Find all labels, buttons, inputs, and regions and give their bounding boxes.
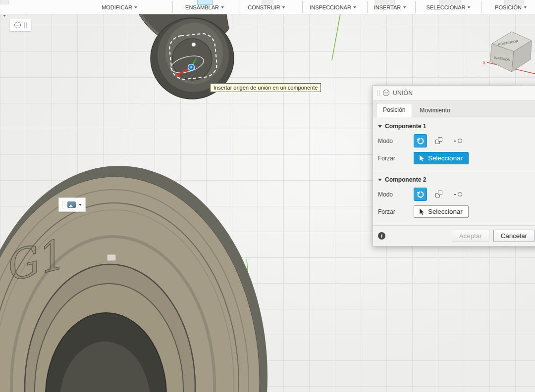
x-axis-label: x [483, 60, 485, 65]
tab-posicion[interactable]: Posición [376, 103, 412, 117]
menu-construir[interactable]: CONSTRUIR [248, 4, 285, 10]
mode-row: Modo [373, 132, 535, 150]
mode-label: Modo [378, 138, 414, 145]
tab-movimiento[interactable]: Movimiento [413, 104, 456, 117]
select-button-label: Seleccionar [428, 208, 463, 215]
component-2-section: Componente 2 Modo [373, 172, 535, 223]
chevron-down-icon [353, 6, 356, 8]
accept-button[interactable]: Aceptar [452, 230, 489, 242]
cursor-icon [420, 208, 425, 215]
chevron-down-icon [282, 6, 285, 8]
chevron-down-icon [378, 179, 382, 181]
collapse-icon[interactable] [14, 22, 21, 28]
component-2-model[interactable]: G1 [0, 166, 268, 392]
dialog-header[interactable]: UNIÓN [373, 86, 535, 100]
main-toolbar: MODIFICAR ENSAMBLAR CONSTRUIR INSPECCION… [0, 0, 535, 14]
info-icon[interactable]: i [378, 232, 385, 240]
menu-modificar[interactable]: MODIFICAR [102, 4, 137, 10]
selection-badge [107, 254, 116, 261]
canvas-mini-toolbar[interactable] [58, 197, 86, 212]
menu-inspeccionar[interactable]: INSPECCIONAR [310, 4, 356, 10]
chevron-down-icon [403, 6, 406, 8]
simple-joint-mode-button[interactable] [414, 188, 427, 201]
cancel-button[interactable]: Cancelar [493, 230, 535, 242]
menu-label: POSICIÓN [495, 4, 522, 10]
toolbar-icon-fragment [0, 0, 9, 4]
chevron-down-icon [378, 125, 382, 128]
chevron-down-icon [524, 6, 527, 8]
menu-posicion[interactable]: POSICIÓN [495, 4, 527, 10]
menu-label: INSPECCIONAR [310, 4, 351, 10]
component2-select-button[interactable]: Seleccionar [414, 205, 469, 218]
circular-arrow-icon [417, 137, 425, 145]
drag-handle-icon[interactable] [377, 90, 379, 96]
section-title: Componente 2 [385, 176, 426, 183]
toolbar-separator [238, 1, 238, 13]
between-two-faces-mode-button[interactable] [432, 188, 446, 201]
joint-origin-mode-button[interactable] [451, 188, 465, 201]
toolbar-separator [481, 1, 482, 13]
circular-arrow-icon [417, 191, 425, 198]
toolbar-separator [415, 1, 416, 13]
menu-label: INSERTAR [374, 4, 401, 10]
chevron-down-icon[interactable] [79, 204, 82, 206]
component-1-section: Componente 1 Modo [373, 119, 535, 170]
toolbar-icon-fragment [262, 0, 273, 4]
menu-label: SELECCIONAR [427, 4, 466, 10]
browser-panel-toggle[interactable] [10, 19, 31, 31]
toolbar-separator [172, 1, 173, 13]
two-faces-icon [435, 137, 443, 145]
image-icon[interactable] [67, 201, 76, 208]
snap-row: Forzar Seleccionar [373, 203, 535, 220]
toolbar-separator [302, 1, 303, 13]
snap-row: Forzar Seleccionar [373, 150, 535, 167]
between-two-faces-mode-button[interactable] [432, 134, 446, 147]
menu-seleccionar[interactable]: SELECCIONAR [427, 4, 471, 10]
toolbar-overflow-caret-icon[interactable] [3, 15, 6, 17]
menu-label: CONSTRUIR [248, 4, 280, 10]
two-faces-icon [435, 191, 443, 198]
menu-label: ENSAMBLAR [185, 4, 219, 10]
viewcube[interactable]: x POSTERIOR INFERIOR [483, 24, 535, 77]
joint-origin-icon [454, 137, 463, 145]
chevron-down-icon [467, 6, 470, 8]
select-button-label: Seleccionar [428, 154, 463, 162]
component1-select-button[interactable]: Seleccionar [414, 152, 469, 164]
mode-label: Modo [378, 191, 414, 198]
joint-origin-mode-button[interactable] [451, 134, 465, 147]
cursor-icon [420, 155, 425, 162]
drag-handle-icon[interactable] [24, 22, 27, 28]
toolbar-icon-fragment [375, 0, 395, 4]
dialog-body: Componente 1 Modo [373, 117, 535, 223]
section-header[interactable]: Componente 2 [373, 172, 535, 186]
dialog-footer: i Aceptar Cancelar [373, 225, 535, 246]
menu-label: MODIFICAR [102, 4, 132, 10]
section-title: Componente 1 [385, 123, 426, 130]
section-header[interactable]: Componente 1 [373, 119, 535, 132]
tooltip: Insertar origen de unión en un component… [210, 83, 321, 92]
snap-point [192, 43, 196, 47]
joint-origin-icon [454, 191, 463, 198]
collapse-icon[interactable] [383, 90, 389, 96]
chevron-down-icon [134, 6, 137, 8]
dialog-title: UNIÓN [393, 90, 413, 97]
menu-insertar[interactable]: INSERTAR [374, 4, 406, 10]
union-dialog: UNIÓN Posición Movimiento Componente 1 M… [373, 85, 535, 246]
mode-row: Modo [373, 186, 535, 203]
dialog-tabs: Posición Movimiento [373, 100, 535, 117]
snap-label: Forzar [378, 208, 414, 215]
toolbar-icon-fragment [439, 0, 461, 4]
chevron-down-icon [221, 6, 224, 8]
snap-label: Forzar [378, 155, 414, 162]
toolbar-separator [367, 1, 368, 13]
toolbar-icon-fragment [504, 0, 524, 4]
menu-ensamblar[interactable]: ENSAMBLAR [185, 4, 224, 10]
drag-handle-icon[interactable] [62, 201, 64, 208]
simple-joint-mode-button[interactable] [414, 134, 427, 147]
